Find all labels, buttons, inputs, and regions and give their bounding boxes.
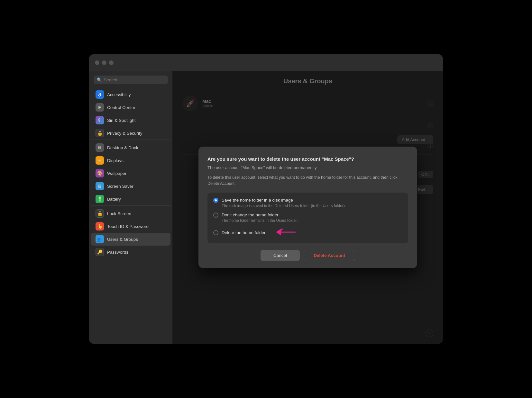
sidebar: 🔍 ♿ Accessibility ⊞ Control Center 🎙 Sir… (89, 71, 173, 344)
radio-label-dont-change: Don't change the home folder (222, 213, 279, 217)
desktop-icon: 🖥 (96, 143, 104, 152)
system-preferences-window: 🔍 ♿ Accessibility ⊞ Control Center 🎙 Sir… (89, 54, 443, 344)
radio-sublabel-dont-change: The home folder remains in the Users fol… (222, 218, 402, 223)
sidebar-item-label: Privacy & Security (107, 131, 142, 136)
usersgroups-icon: 👥 (96, 235, 104, 243)
arrow-annotation (273, 227, 298, 238)
sidebar-item-privacy-security[interactable]: 🔒 Privacy & Security (91, 127, 170, 140)
sidebar-item-wallpaper[interactable]: 🎨 Wallpaper (91, 167, 170, 180)
delete-account-button[interactable]: Delete Account (304, 250, 355, 261)
radio-option-delete-home[interactable]: Delete the home folder (213, 227, 402, 238)
siri-icon: 🎙 (96, 116, 104, 124)
main-content: 🔍 ♿ Accessibility ⊞ Control Center 🎙 Sir… (89, 71, 443, 344)
sidebar-item-touch-id-password[interactable]: 👆 Touch ID & Password (91, 220, 170, 233)
privacy-icon: 🔒 (96, 129, 104, 137)
separator (91, 205, 170, 206)
sidebar-item-label: Displays (107, 158, 124, 163)
sidebar-item-label: Desktop & Dock (107, 145, 138, 150)
control-center-icon: ⊞ (96, 103, 104, 112)
screensaver-icon: 🖥 (96, 182, 104, 190)
sidebar-item-desktop-dock[interactable]: 🖥 Desktop & Dock (91, 141, 170, 154)
sidebar-item-control-center[interactable]: ⊞ Control Center (91, 101, 170, 114)
sidebar-item-label: Accessibility (107, 92, 131, 97)
touchid-icon: 👆 (96, 222, 104, 231)
sidebar-item-users-groups[interactable]: 👥 Users & Groups (91, 233, 170, 246)
wallpaper-icon: 🎨 (96, 169, 104, 177)
radio-option-dont-change[interactable]: Don't change the home folder The home fo… (213, 213, 402, 223)
radio-label-save-disk-image: Save the home folder in a disk image (222, 198, 293, 203)
radio-label-delete-home: Delete the home folder (222, 230, 266, 235)
modal-title: Are you sure you want to delete the user… (207, 156, 408, 162)
displays-icon: ☀ (96, 156, 104, 165)
sidebar-item-label: Battery (107, 197, 121, 202)
window-controls (95, 60, 114, 65)
search-bar[interactable]: 🔍 (94, 76, 168, 84)
separator (91, 140, 170, 140)
titlebar (89, 54, 443, 71)
modal-overlay: Are you sure you want to delete the user… (173, 71, 443, 344)
radio-option-save-disk-image[interactable]: Save the home folder in a disk image The… (213, 198, 402, 208)
passwords-icon: 🔑 (96, 248, 104, 256)
close-button[interactable] (95, 60, 99, 65)
lockscreen-icon: 🔒 (96, 209, 104, 218)
delete-account-modal: Are you sure you want to delete the user… (198, 147, 417, 268)
sidebar-item-label: Siri & Spotlight (107, 118, 136, 123)
sidebar-item-battery[interactable]: 🔋 Battery (91, 193, 170, 205)
sidebar-item-displays[interactable]: ☀ Displays (91, 154, 170, 167)
sidebar-item-label: Users & Groups (107, 237, 138, 242)
sidebar-item-lock-screen[interactable]: 🔒 Lock Screen (91, 207, 170, 220)
radio-save-disk-image[interactable] (213, 198, 218, 203)
sidebar-item-label: Screen Saver (107, 184, 133, 189)
sidebar-item-label: Lock Screen (107, 211, 131, 216)
radio-dont-change[interactable] (213, 213, 218, 218)
svg-marker-0 (276, 229, 281, 235)
sidebar-item-accessibility[interactable]: ♿ Accessibility (91, 88, 170, 101)
accessibility-icon: ♿ (96, 90, 104, 99)
cancel-button[interactable]: Cancel (261, 250, 300, 261)
sidebar-item-label: Wallpaper (107, 171, 126, 176)
sidebar-item-label: Control Center (107, 105, 135, 110)
sidebar-item-label: Passwords (107, 250, 128, 255)
modal-description: To delete this user account, select what… (207, 175, 408, 187)
modal-subtitle: The user account "Mac Space" will be del… (207, 165, 408, 171)
modal-footer: Cancel Delete Account (207, 250, 408, 261)
maximize-button[interactable] (109, 60, 114, 65)
search-input[interactable] (104, 77, 165, 82)
modal-options: Save the home folder in a disk image The… (207, 193, 408, 243)
sidebar-item-screen-saver[interactable]: 🖥 Screen Saver (91, 180, 170, 193)
radio-sublabel-save-disk-image: The disk image is saved in the Deleted U… (222, 204, 402, 208)
radio-delete-home[interactable] (213, 230, 218, 235)
minimize-button[interactable] (102, 60, 106, 65)
right-panel: Users & Groups 🚀 Mac Admin ⓘ ⓘ ⓘ Add Acc… (173, 71, 443, 344)
sidebar-item-label: Touch ID & Password (107, 224, 149, 229)
sidebar-item-passwords[interactable]: 🔑 Passwords (91, 246, 170, 258)
battery-icon: 🔋 (96, 195, 104, 203)
search-icon: 🔍 (97, 77, 102, 82)
sidebar-item-siri-spotlight[interactable]: 🎙 Siri & Spotlight (91, 114, 170, 127)
